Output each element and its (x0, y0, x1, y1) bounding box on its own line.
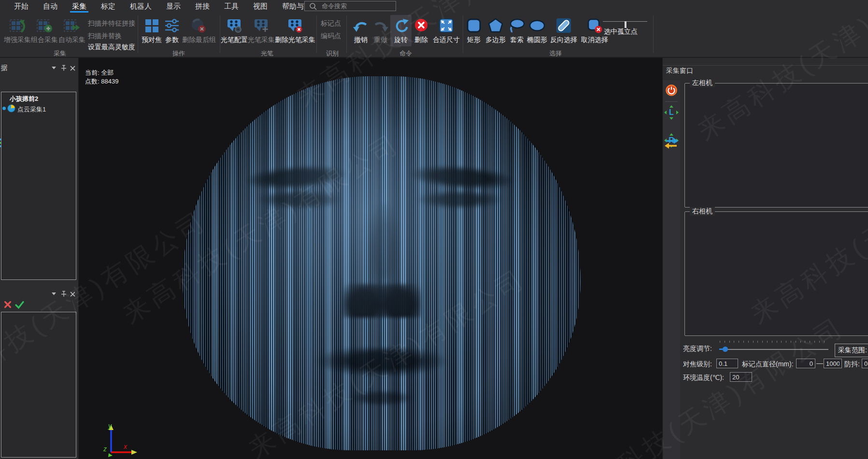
polygon-select-icon (484, 16, 508, 35)
isolated-points-slider-handle[interactable] (625, 21, 626, 28)
pen-collect-button[interactable]: 光笔采集 (247, 16, 275, 44)
menu-item-calib[interactable]: 标定 (94, 0, 123, 13)
delete-last-group-button[interactable]: 删除最后组 (182, 16, 216, 44)
ribbon-separator (463, 15, 463, 53)
right-camera-view: 右相机 (684, 211, 868, 336)
rect-select-icon (465, 16, 483, 35)
power-icon[interactable] (665, 84, 678, 99)
command-search[interactable] (304, 1, 396, 11)
menu-item-tools[interactable]: 工具 (217, 0, 246, 13)
rotate-button[interactable]: 旋转 (390, 15, 412, 46)
lasso-select-button[interactable]: 套索 (508, 16, 526, 44)
group-label-command: 命令 (391, 49, 420, 58)
marker-point-option[interactable]: 标记点 (321, 19, 341, 28)
brightness-slider-track[interactable] (719, 349, 828, 350)
focus-level-label: 对焦级别: (683, 360, 712, 369)
env-temperature-input[interactable] (730, 372, 752, 382)
marker-max-input[interactable] (824, 359, 842, 368)
secondary-panel-header (0, 288, 77, 300)
viewport-points-label: 点数: 88439 (85, 77, 118, 86)
left-camera-toggle-letter: L (665, 106, 678, 119)
undo-icon (352, 16, 370, 35)
ribbon-separator (653, 15, 654, 53)
ribbon-separator (346, 15, 347, 53)
antishake-input[interactable] (862, 359, 868, 368)
search-input[interactable] (321, 2, 395, 10)
tree-item-project[interactable]: 小孩摁前2 (10, 95, 38, 103)
redo-button[interactable]: 重做 (371, 16, 390, 44)
scan-feature-stitch-option[interactable]: 扫描并特征拼接 (88, 19, 135, 28)
undo-button[interactable]: 撤销 (352, 16, 370, 44)
invert-select-button[interactable]: 反向选择 (548, 16, 580, 44)
left-camera-toggle[interactable]: L (665, 106, 678, 119)
close-icon[interactable] (69, 291, 76, 297)
close-icon[interactable] (69, 65, 76, 71)
menu-item-auto[interactable]: 自动 (36, 0, 65, 13)
marker-min-input[interactable] (796, 359, 815, 368)
rect-select-button[interactable]: 矩形 (465, 16, 483, 44)
axis-x-label: x (123, 443, 128, 450)
ellipse-select-button[interactable]: 椭圆形 (525, 16, 549, 44)
group-label-select: 选择 (541, 49, 570, 58)
prefocus-button[interactable]: 预对焦 (141, 16, 163, 44)
menu-bar: 开始 自动 采集 标定 机器人 显示 拼接 工具 视图 帮助与更新 (0, 0, 868, 13)
enhanced-scan-button[interactable]: 增强采集 (4, 16, 31, 44)
combine-scan-button[interactable]: 组合采集 (31, 16, 58, 44)
pen-delete-button[interactable]: 删除光笔采集 (274, 16, 316, 44)
swap-cameras-icon[interactable] (664, 137, 679, 152)
brightness-slider-ticks (720, 341, 828, 343)
capture-range-box[interactable]: 采集范围: (835, 344, 868, 357)
chevron-down-icon[interactable] (50, 291, 57, 297)
right-camera-label: 右相机 (690, 207, 715, 216)
pen-config-button[interactable]: 光笔配置 (220, 16, 248, 44)
polygon-select-button[interactable]: 多边形 (484, 16, 508, 44)
menu-item-start[interactable]: 开始 (7, 0, 36, 13)
face-point-cloud[interactable] (183, 76, 581, 450)
ellipse-select-icon (525, 16, 549, 35)
visibility-dot-icon[interactable] (2, 107, 6, 110)
ribbon: 增强采集 组合采集 自动采集 扫描并特征拼接 扫描并替换 设置最高灵敏度 采集 … (0, 13, 868, 58)
capture-window-panel: 采集窗口 L R 左相机 右相机 亮度调节: (662, 58, 868, 459)
chevron-down-icon[interactable] (50, 65, 57, 71)
parameters-icon (163, 16, 181, 35)
antishake-label: 防抖: (844, 360, 860, 369)
delete-button[interactable]: 删除 (412, 16, 430, 44)
combine-scan-icon (31, 16, 58, 35)
fit-view-button[interactable]: 合适尺寸 (432, 16, 461, 44)
secondary-panel-box (1, 312, 76, 458)
reject-icon[interactable] (4, 301, 12, 308)
menu-item-robot[interactable]: 机器人 (123, 0, 159, 13)
pin-icon[interactable] (60, 65, 67, 71)
pin-icon[interactable] (60, 291, 67, 297)
menu-item-stitch[interactable]: 拼接 (188, 0, 217, 13)
data-panel-header: 据 (0, 62, 77, 74)
menu-item-collect[interactable]: 采集 (65, 0, 94, 13)
marker-range-separator: — (816, 359, 823, 367)
menu-item-display[interactable]: 显示 (159, 0, 188, 13)
model-tree[interactable]: 小孩摁前2 点云采集1 (1, 92, 76, 280)
isolated-points-label: 选中孤立点 (604, 28, 638, 36)
scan-replace-option[interactable]: 扫描并替换 (88, 32, 122, 41)
max-sensitivity-option[interactable]: 设置最高灵敏度 (88, 43, 135, 52)
parameters-button[interactable]: 参数 (163, 16, 181, 44)
brightness-slider-handle[interactable] (723, 347, 728, 352)
env-temperature-label: 环境温度(℃): (683, 374, 724, 382)
confirm-icon[interactable] (15, 301, 24, 308)
auto-scan-button[interactable]: 自动采集 (58, 16, 86, 44)
axis-z-label: z (103, 445, 107, 453)
ribbon-separator (138, 15, 138, 53)
pointcloud-pie-icon (8, 105, 15, 112)
data-panel: 据 小孩摁前2 点云采集1 (0, 58, 79, 459)
left-camera-label: 左相机 (690, 79, 715, 87)
delete-icon (412, 16, 430, 35)
focus-level-input[interactable] (716, 359, 738, 368)
viewport-3d[interactable]: 当前: 全部 点数: 88439 y x z (79, 58, 662, 459)
coded-point-option[interactable]: 编码点 (321, 32, 341, 41)
menu-item-view[interactable]: 视图 (246, 0, 275, 13)
enhanced-scan-icon (4, 16, 31, 35)
capture-range-label: 采集范围: (838, 346, 867, 355)
strip-divider (665, 101, 678, 102)
tree-item-pointcloud[interactable]: 点云采集1 (17, 105, 46, 114)
axis-y-label: y (108, 422, 112, 430)
ribbon-separator (316, 15, 317, 53)
